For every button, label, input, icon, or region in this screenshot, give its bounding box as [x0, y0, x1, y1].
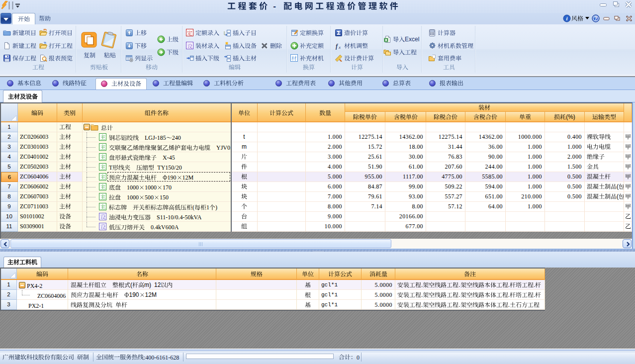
- svg-text:x: x: [338, 45, 341, 50]
- svg-text:f: f: [336, 43, 338, 50]
- svg-text:?: ?: [594, 16, 597, 21]
